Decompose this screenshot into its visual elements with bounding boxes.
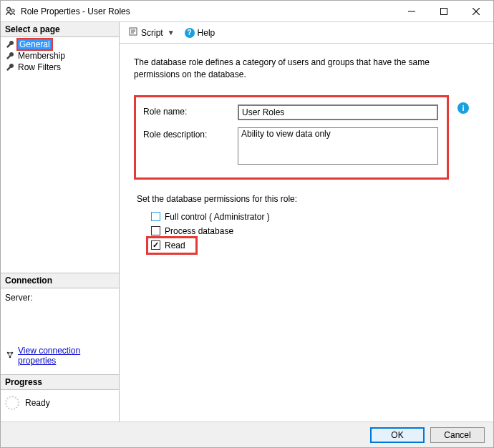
maximize-button[interactable]: [427, 1, 460, 21]
role-form-highlight: Role name: Role description:: [134, 95, 449, 180]
role-name-label: Role name:: [143, 104, 238, 117]
view-connection-properties-link[interactable]: View connection properties: [5, 346, 115, 366]
role-description-label: Role description:: [143, 127, 238, 140]
checkbox-icon[interactable]: [151, 212, 160, 221]
script-label: Script: [141, 28, 163, 38]
toolbar: Script ▼ ? Help: [120, 22, 493, 44]
select-page-header: Select a page: [1, 22, 119, 37]
sidebar-item-row-filters[interactable]: Row Filters: [1, 62, 119, 73]
role-description-input[interactable]: [238, 127, 438, 165]
progress-status: Ready: [25, 398, 50, 408]
script-dropdown-icon[interactable]: ▼: [166, 29, 176, 36]
window-title: Role Properties - User Roles: [21, 6, 395, 16]
content-pane: The database role defines a category of …: [120, 44, 493, 422]
checkbox-label: Full control ( Administrator ): [165, 212, 270, 222]
info-icon[interactable]: i: [457, 102, 469, 114]
server-label: Server:: [5, 293, 115, 303]
script-button[interactable]: Script ▼: [125, 25, 179, 40]
cancel-button[interactable]: Cancel: [430, 427, 485, 443]
connection-header: Connection: [1, 273, 119, 288]
permissions-label: Set the database permissions for this ro…: [137, 194, 475, 204]
sidebar-item-general[interactable]: General: [1, 39, 119, 50]
checkbox-icon[interactable]: [151, 226, 160, 235]
close-button[interactable]: [460, 1, 492, 21]
sidebar-item-label: Row Filters: [18, 62, 61, 72]
left-sidebar: Select a page General Membership Row Fil…: [1, 22, 120, 422]
wrench-icon: [5, 62, 15, 72]
help-button[interactable]: ? Help: [182, 26, 218, 39]
role-icon: [5, 6, 16, 17]
progress-header: Progress: [1, 375, 119, 390]
sidebar-item-membership[interactable]: Membership: [1, 50, 119, 62]
page-list: General Membership Row Filters: [1, 37, 119, 74]
checkbox-full-control[interactable]: Full control ( Administrator ): [134, 210, 475, 224]
checkbox-read[interactable]: Read: [148, 238, 195, 253]
wrench-icon: [5, 39, 15, 49]
svg-point-0: [7, 7, 11, 11]
script-icon: [128, 26, 138, 39]
titlebar: Role Properties - User Roles: [1, 1, 493, 22]
minimize-button[interactable]: [395, 1, 427, 21]
sidebar-item-label: General: [18, 39, 52, 49]
dialog-button-row: OK Cancel: [1, 422, 493, 447]
wrench-icon: [5, 51, 15, 61]
checkbox-process-database[interactable]: Process database: [134, 224, 475, 238]
svg-point-1: [11, 9, 14, 12]
connection-icon: [5, 350, 15, 362]
checkbox-icon[interactable]: [151, 240, 160, 250]
svg-rect-3: [440, 8, 447, 14]
checkbox-label: Process database: [165, 226, 233, 236]
ok-button[interactable]: OK: [370, 427, 425, 443]
help-icon: ?: [185, 28, 195, 38]
sidebar-item-label: Membership: [18, 51, 65, 61]
view-connection-properties-text[interactable]: View connection properties: [18, 346, 115, 366]
intro-text: The database role defines a category of …: [134, 57, 463, 81]
checkbox-label: Read: [165, 240, 185, 250]
progress-spinner-icon: [5, 396, 19, 410]
help-label: Help: [198, 28, 215, 38]
role-name-input[interactable]: [238, 105, 437, 120]
